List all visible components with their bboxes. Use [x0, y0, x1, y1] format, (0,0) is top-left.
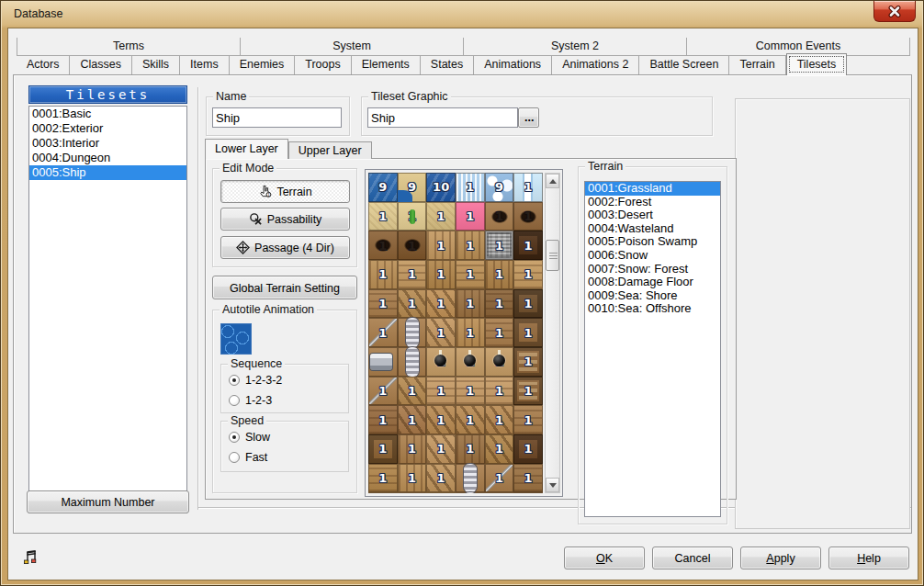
tile-cell[interactable]: 1: [485, 318, 514, 347]
terrain-list-item[interactable]: 0008:Damage Floor: [585, 276, 720, 289]
tile-cell[interactable]: 1: [426, 492, 456, 493]
tile-cell[interactable]: 1: [485, 492, 514, 493]
tile-cell[interactable]: 1: [513, 202, 543, 231]
maximum-number-button[interactable]: Maximum Number: [27, 490, 189, 513]
tile-cell[interactable]: 1: [485, 231, 514, 260]
tile-cell[interactable]: 9: [368, 173, 398, 202]
tile-cell[interactable]: 1: [368, 377, 398, 406]
tile-cell[interactable]: 1: [426, 260, 456, 289]
tab-actors[interactable]: Actors: [17, 56, 70, 74]
tile-cell[interactable]: 1: [426, 347, 456, 377]
tile-cell[interactable]: 1: [456, 492, 485, 493]
tab-troops[interactable]: Troops: [295, 56, 351, 74]
global-terrain-setting-button[interactable]: Global Terrain Setting: [212, 276, 357, 299]
tile-cell[interactable]: 1: [398, 260, 427, 289]
tile-cell[interactable]: 1: [426, 405, 456, 434]
tile-cell[interactable]: 1: [456, 377, 485, 406]
tab-states[interactable]: States: [421, 56, 474, 74]
tab-animations[interactable]: Animations: [474, 56, 552, 74]
tile-cell[interactable]: 1: [513, 347, 543, 377]
tile-cell[interactable]: 1: [368, 434, 398, 464]
tile-cell[interactable]: 1: [368, 260, 398, 289]
tile-cell[interactable]: 1: [456, 347, 485, 377]
tab-upper-layer[interactable]: Upper Layer: [288, 141, 372, 159]
tile-cell[interactable]: 1: [368, 492, 398, 493]
terrain-list-item[interactable]: 0010:Sea: Offshore: [585, 302, 720, 316]
tile-cell[interactable]: 1: [456, 434, 485, 464]
tile-cell[interactable]: 1: [368, 202, 398, 231]
tile-cell[interactable]: 1: [426, 318, 456, 347]
tile-cell[interactable]: 1: [398, 231, 427, 260]
tile-cell[interactable]: 1: [368, 405, 398, 434]
passability-mode-button[interactable]: Passability: [220, 208, 350, 231]
tile-cell[interactable]: 1: [426, 377, 456, 406]
tile-cell[interactable]: 1: [368, 318, 398, 347]
tile-cell[interactable]: 1: [426, 464, 456, 493]
tile-cell[interactable]: 1: [456, 173, 485, 202]
tile-cell[interactable]: 1: [456, 231, 485, 260]
tile-cell[interactable]: 1: [456, 260, 485, 289]
tile-cell[interactable]: 1: [398, 318, 427, 347]
tileset-list-item[interactable]: 0002:Exterior: [29, 121, 186, 136]
tile-cell[interactable]: 1: [398, 347, 427, 377]
close-button[interactable]: [873, 1, 916, 22]
tile-cell[interactable]: 1: [398, 202, 427, 231]
tile-cell[interactable]: 1: [456, 289, 485, 319]
radio-option-slow[interactable]: Slow: [221, 427, 348, 447]
passage-4dir-mode-button[interactable]: Passage (4 Dir): [220, 236, 350, 259]
tile-cell[interactable]: 1: [426, 434, 456, 464]
apply-button[interactable]: Apply: [740, 547, 821, 569]
tile-cell[interactable]: 1: [398, 492, 427, 493]
tab-skills[interactable]: Skills: [132, 56, 180, 74]
tile-cell[interactable]: 1: [513, 231, 543, 260]
tile-cell[interactable]: 1: [485, 289, 514, 319]
tab-terrain[interactable]: Terrain: [729, 56, 785, 74]
terrain-list-item[interactable]: 0009:Sea: Shore: [585, 289, 720, 303]
tile-cell[interactable]: 10: [426, 173, 456, 202]
tab-terms[interactable]: Terms: [17, 38, 241, 55]
tile-cell[interactable]: 1: [513, 260, 543, 289]
tile-cell[interactable]: 1: [485, 347, 514, 377]
tab-tilesets[interactable]: Tilesets: [786, 53, 848, 75]
tile-cell[interactable]: 1: [513, 405, 543, 434]
terrain-listbox[interactable]: 0001:Grassland0002:Forest0003:Desert0004…: [584, 181, 721, 517]
tab-lower-layer[interactable]: Lower Layer: [205, 139, 288, 159]
terrain-list-item[interactable]: 0005:Poison Swamp: [585, 235, 720, 249]
tab-items[interactable]: Items: [180, 56, 230, 74]
tile-cell[interactable]: 1: [485, 464, 514, 493]
tileset-list-item[interactable]: 0003:Interior: [29, 136, 186, 151]
cancel-button[interactable]: Cancel: [652, 547, 733, 569]
scrollbar-thumb[interactable]: [546, 240, 559, 271]
tile-cell[interactable]: 9: [485, 173, 514, 202]
name-input[interactable]: [212, 107, 342, 128]
tab-system-2[interactable]: System 2: [464, 38, 687, 55]
ok-button[interactable]: OK: [564, 547, 645, 569]
tile-cell[interactable]: 1: [426, 231, 456, 260]
tile-cell[interactable]: 1: [513, 464, 543, 493]
tile-cell[interactable]: 1: [513, 492, 543, 493]
tile-cell[interactable]: 1: [398, 434, 427, 464]
scroll-down-button[interactable]: [546, 478, 559, 492]
tile-cell[interactable]: 1: [368, 289, 398, 319]
help-button[interactable]: Help: [828, 547, 909, 569]
terrain-list-item[interactable]: 0001:Grassland: [585, 182, 720, 196]
tile-cell[interactable]: 1: [456, 464, 485, 493]
tileset-graphic-input[interactable]: [367, 107, 518, 128]
tab-classes[interactable]: Classes: [70, 56, 131, 74]
tileset-listbox[interactable]: 0001:Basic0002:Exterior0003:Interior0004…: [28, 106, 187, 513]
tile-cell[interactable]: 1: [398, 289, 427, 319]
tab-enemies[interactable]: Enemies: [230, 56, 296, 74]
tab-elements[interactable]: Elements: [352, 56, 421, 74]
tile-cell[interactable]: 1: [398, 405, 427, 434]
radio-option-1-2-3[interactable]: 1-2-3: [221, 390, 348, 411]
tile-cell[interactable]: 1: [513, 377, 543, 406]
tile-cell[interactable]: 1: [485, 405, 514, 434]
tile-cell[interactable]: 1: [426, 289, 456, 319]
tab-animations-2[interactable]: Animations 2: [552, 56, 639, 74]
tile-cell[interactable]: 9: [398, 173, 427, 202]
tile-cell[interactable]: 1: [456, 318, 485, 347]
terrain-list-item[interactable]: 0003:Desert: [585, 208, 720, 222]
tileset-list-item[interactable]: 0001:Basic: [29, 107, 186, 121]
terrain-list-item[interactable]: 0002:Forest: [585, 196, 720, 209]
tile-cell[interactable]: 1: [398, 377, 427, 406]
